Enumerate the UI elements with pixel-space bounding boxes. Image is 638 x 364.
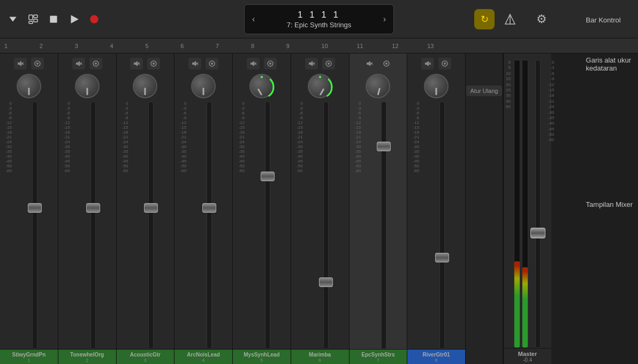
scale-val: -18 [176, 130, 186, 135]
fader-with-scale-8: 0-3-6-9-12-15-18-21-24-30-35-40-45-50-60 [408, 102, 464, 349]
master-scale-right-val: -35 [548, 115, 555, 121]
knob-2[interactable] [75, 74, 100, 98]
scale-val: -45 [351, 159, 361, 164]
channel-label-6: Marimba6 [291, 349, 349, 364]
svg-point-13 [36, 63, 39, 65]
mute-button-1[interactable] [14, 58, 27, 69]
scale-val: -35 [176, 150, 186, 154]
svg-rect-1 [29, 15, 33, 20]
fader-thumb-4[interactable] [202, 203, 216, 213]
fader-thumb-7[interactable] [377, 142, 391, 151]
scale-val: 0 [176, 102, 186, 106]
solo-button-2[interactable] [89, 58, 102, 69]
channel-7[interactable]: 0-3-6-9-12-15-18-21-24-30-35-40-45-50-60… [350, 53, 408, 364]
scale-val: -40 [292, 154, 303, 159]
master-fader-track [535, 60, 541, 348]
scale-val: -60 [292, 169, 303, 173]
scale-val: -60 [176, 169, 186, 173]
mute-button-5[interactable] [247, 58, 260, 69]
channel-label-4: ArcNoisLead4 [174, 349, 232, 364]
solo-button-4[interactable] [206, 58, 218, 69]
fader-track-6 [323, 102, 329, 349]
scale-val: -15 [408, 126, 419, 130]
knob-3[interactable] [133, 74, 157, 98]
knob-indicator-7 [377, 88, 381, 95]
ruler-mark-11: 11 [354, 43, 390, 49]
fader-track-wrap-2 [71, 102, 115, 349]
tune-button[interactable] [500, 9, 520, 29]
svg-rect-3 [34, 19, 37, 22]
play-button[interactable] [67, 13, 80, 26]
fader-thumb-6[interactable] [319, 277, 333, 287]
scale-val: -45 [176, 159, 186, 164]
mute-button-4[interactable] [188, 58, 201, 69]
scale-val: 0 [1, 102, 12, 106]
solo-button-3[interactable] [147, 58, 160, 69]
scale-val: -15 [176, 126, 186, 130]
solo-button-6[interactable] [322, 58, 335, 69]
mute-button-2[interactable] [72, 58, 85, 69]
scale-val: -24 [351, 140, 361, 144]
channel-4[interactable]: 0-3-6-9-12-15-18-21-24-30-35-40-45-50-60… [174, 53, 233, 364]
fader-thumb-5[interactable] [261, 172, 275, 181]
fader-thumb-1[interactable] [28, 203, 42, 213]
solo-button-8[interactable] [438, 58, 451, 69]
knob-8[interactable] [424, 74, 449, 98]
channel-controls-7 [350, 53, 407, 72]
knob-6[interactable] [308, 74, 332, 98]
transport-controls [6, 13, 101, 26]
solo-button-7[interactable] [380, 58, 393, 69]
knob-indicator-2 [86, 88, 88, 95]
fader-thumb-3[interactable] [144, 203, 158, 213]
loop-button[interactable]: ↻ [474, 9, 495, 29]
mute-button-8[interactable] [421, 58, 434, 69]
channel-name-1: StiwyGrndPn [1, 352, 57, 358]
fader-area-4: 0-3-6-9-12-15-18-21-24-30-35-40-45-50-60 [174, 102, 232, 349]
stop-button[interactable] [47, 13, 60, 26]
scale-val: 0 [351, 102, 361, 106]
scale-val: -15 [59, 126, 70, 130]
fader-track-2 [90, 102, 96, 349]
fader-area-5: 0-3-6-9-12-15-18-21-24-30-35-40-45-50-60 [233, 102, 291, 349]
channel-5[interactable]: 0-3-6-9-12-15-18-21-24-30-35-40-45-50-60… [233, 53, 291, 364]
ruler-mark-3: 3 [73, 43, 108, 49]
fader-with-scale-7: 0-3-6-9-12-15-18-21-24-30-35-40-45-50-60 [351, 102, 406, 349]
master-fader-thumb[interactable] [530, 228, 545, 238]
master-scale-right-val: -6 [548, 71, 555, 76]
channel-controls-2 [58, 53, 116, 72]
channel-6[interactable]: 0-3-6-9-12-15-18-21-24-30-35-40-45-50-60… [291, 53, 350, 364]
scale-val: -60 [59, 169, 70, 173]
settings-button[interactable]: ⚙ [536, 12, 547, 26]
fader-scale-1: 0-3-6-9-12-15-18-21-24-30-35-40-45-50-60 [1, 102, 13, 349]
scale-val: -60 [234, 169, 245, 173]
mute-button-7[interactable] [363, 58, 376, 69]
mute-button-6[interactable] [305, 58, 318, 69]
fader-thumb-8[interactable] [435, 253, 449, 262]
channel-2[interactable]: 0-3-6-9-12-15-18-21-24-30-35-40-45-50-60… [58, 53, 117, 364]
master-scale-right-val: -18 [548, 93, 555, 98]
scale-val: -15 [292, 126, 303, 130]
next-arrow[interactable]: › [380, 13, 389, 25]
solo-button-1[interactable] [31, 58, 44, 69]
scale-val: -18 [292, 130, 303, 135]
channel-8[interactable]: 0-3-6-9-12-15-18-21-24-30-35-40-45-50-60… [407, 53, 466, 364]
channel-1[interactable]: 0-3-6-9-12-15-18-21-24-30-35-40-45-50-60… [0, 53, 58, 364]
prev-arrow[interactable]: ‹ [249, 13, 258, 25]
channel-controls-6 [291, 53, 349, 72]
knob-5[interactable] [249, 74, 274, 98]
solo-button-5[interactable] [264, 58, 277, 69]
master-scale-right-val: -40 [548, 121, 555, 126]
record-button[interactable] [88, 13, 101, 26]
fader-thumb-2[interactable] [86, 203, 100, 213]
ruler-mark-9: 9 [284, 43, 320, 49]
mute-button-3[interactable] [130, 58, 143, 69]
scale-val: 0 [408, 102, 419, 106]
library-icon[interactable] [27, 13, 40, 26]
channel-3[interactable]: 0-3-6-9-12-15-18-21-24-30-35-40-45-50-60… [117, 53, 175, 364]
knob-7[interactable] [366, 74, 390, 98]
svg-point-25 [211, 63, 213, 65]
reset-button[interactable]: Atur Ulang [466, 86, 503, 96]
knob-4[interactable] [191, 74, 216, 98]
dropdown-icon[interactable] [6, 13, 19, 26]
knob-1[interactable] [17, 74, 41, 98]
